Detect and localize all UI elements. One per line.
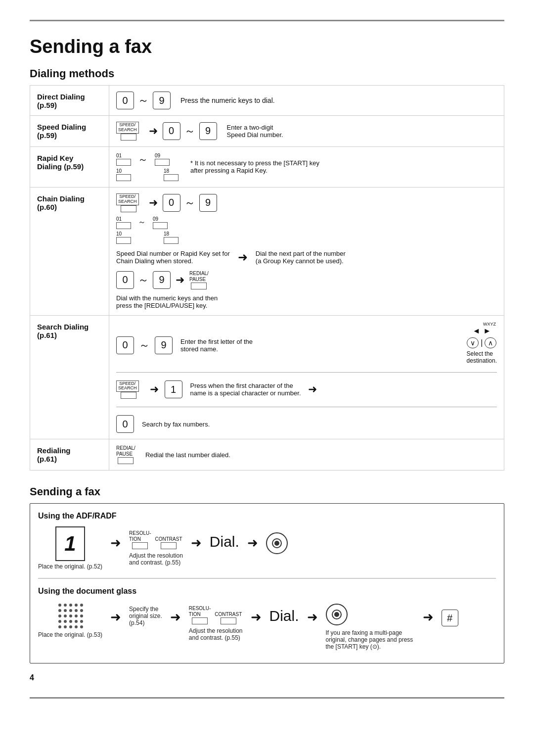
- scan-icon: [56, 602, 84, 629]
- key-9: 9: [153, 271, 171, 289]
- tilde-symbol3: ～: [138, 273, 149, 287]
- glass-adjust-note: Adjust the resolutionand contrast. (p.55…: [189, 627, 243, 641]
- contrast-box-glass: [221, 617, 236, 624]
- adf-section-title: Using the ADF/RADF: [38, 512, 496, 520]
- adf-adjust-note: Adjust the resolutionand contrast. (p.55…: [129, 552, 183, 566]
- sending-fax-section-title: Sending a fax: [30, 485, 504, 498]
- arrow-right12: ➜: [251, 610, 262, 625]
- page-number: 4: [30, 673, 504, 682]
- rapid-key-content: 01 ～ 09 10: [109, 146, 504, 187]
- arrow-right14: ➜: [423, 610, 434, 625]
- top-rule: [30, 20, 504, 21]
- speed-dialing-label: Speed Dialing (p.59): [30, 116, 109, 147]
- arrow-right10: ➜: [110, 610, 121, 625]
- arrow-right9: ➜: [247, 535, 258, 551]
- start-button-glass[interactable]: [326, 604, 348, 625]
- scroll-down-btn[interactable]: ∨: [467, 337, 479, 348]
- dialing-methods-table: Direct Dialing (p.59) 0 ～ 9 Press the nu…: [30, 85, 504, 471]
- arrow-right3: ➜: [238, 250, 248, 264]
- bottom-rule: [30, 697, 504, 699]
- tilde-symbol: ～: [138, 93, 149, 108]
- glass-multipage-note: If you are faxing a multi-page original,…: [326, 629, 415, 650]
- key-0: 0: [116, 92, 134, 109]
- rapid-key-note: * It is not necessary to press the [STAR…: [190, 159, 319, 174]
- direct-dialing-label: Direct Dialing (p.59): [30, 86, 109, 116]
- direct-dialing-content: 0 ～ 9 Press the numeric keys to dial.: [109, 86, 504, 116]
- redialing-content: REDIAL/PAUSE Redial the last number dial…: [109, 439, 504, 471]
- key-0: 0: [116, 271, 134, 289]
- arrow-right: ➜: [149, 125, 158, 138]
- svg-point-3: [335, 613, 339, 616]
- speed-search-label3: SPEED/SEARCH: [116, 380, 139, 392]
- search-note4: Search by fax numbers.: [142, 421, 210, 428]
- redial-pause-box: [191, 283, 207, 289]
- arrow-right2: ➜: [149, 196, 158, 209]
- contrast-label-adf: CONTRAST: [155, 536, 182, 542]
- page-title: Sending a fax: [30, 36, 504, 57]
- glass-section-title: Using the document glass: [38, 587, 496, 596]
- resolu-label-glass: RESOLU-TION: [189, 606, 211, 617]
- redial-pause-box2: [118, 457, 134, 464]
- scroll-up-btn[interactable]: ∧: [485, 337, 496, 348]
- resolu-box-adf: [132, 542, 148, 549]
- table-row: Search Dialing (p.61) WXYZ 0 ～ 9 Enter t…: [30, 315, 504, 439]
- arrow-right11: ➜: [170, 610, 181, 625]
- arrow-right6: ➜: [308, 383, 317, 396]
- chain-note3: Dial with the numeric keys and thenpress…: [116, 294, 497, 309]
- arrow-right8: ➜: [191, 535, 202, 551]
- tilde-symbol4: ～: [139, 338, 150, 353]
- speed-search-label2: SPEED/SEARCH: [116, 193, 139, 205]
- speed-search-box: [121, 134, 136, 141]
- search-note1: Enter the first letter of thestored name…: [180, 338, 253, 353]
- glass-dial-text: Dial.: [269, 608, 299, 624]
- table-row: Chain Dialing (p.60) SPEED/SEARCH ➜ 0 ～ …: [30, 187, 504, 315]
- direct-dialing-note: Press the numeric keys to dial.: [180, 96, 275, 104]
- contrast-box-adf: [161, 542, 177, 549]
- key-9: 9: [155, 336, 173, 354]
- table-row: Speed Dialing (p.59) SPEED/SEARCH ➜ 0 ～ …: [30, 116, 504, 147]
- speed-dialing-content: SPEED/SEARCH ➜ 0 ～ 9 Enter a two-digitSp…: [109, 116, 504, 147]
- adf-dial-text: Dial.: [210, 533, 239, 550]
- redial-pause-label: REDIAL/PAUSE: [189, 271, 209, 283]
- large-key-1: 1: [55, 526, 85, 561]
- key-0: 0: [116, 336, 134, 354]
- redialing-label: Redialing (p.61): [30, 439, 109, 471]
- key-0: 0: [163, 122, 180, 140]
- search-note2: Press when the first character of thenam…: [190, 382, 301, 397]
- key-0: 0: [116, 415, 134, 433]
- wxyz-label: WXYZ: [116, 322, 496, 327]
- table-row: Rapid Key Dialing (p.59) 01 ～ 09: [30, 146, 504, 187]
- contrast-label-glass: CONTRAST: [215, 612, 242, 617]
- redial-pause-label2: REDIAL/PAUSE: [116, 445, 135, 457]
- hash-key[interactable]: #: [442, 610, 458, 626]
- key-0: 0: [163, 194, 180, 212]
- key-9: 9: [199, 122, 217, 140]
- start-button-adf[interactable]: [266, 532, 288, 554]
- speed-search-label: SPEED/SEARCH: [116, 122, 139, 134]
- chain-note1: Speed Dial number or Rapid Key set forCh…: [116, 250, 230, 265]
- adf-step1-note: Place the original. (p.52): [38, 563, 102, 570]
- fax-section-box: Using the ADF/RADF 1 Place the original.…: [30, 503, 504, 663]
- tilde-symbol: ～: [184, 124, 195, 139]
- dialing-methods-title: Dialing methods: [30, 67, 504, 80]
- svg-point-1: [275, 541, 279, 545]
- subsection-divider: [38, 578, 496, 579]
- rapid-key-label: Rapid Key Dialing (p.59): [30, 146, 109, 187]
- chain-dialing-label: Chain Dialing (p.60): [30, 187, 109, 315]
- speed-search-box3: [121, 392, 136, 399]
- table-row: Redialing (p.61) REDIAL/PAUSE Redial the…: [30, 439, 504, 471]
- search-dialing-label: Search Dialing (p.61): [30, 315, 109, 439]
- key-9: 9: [153, 92, 171, 109]
- resolu-box-glass: [192, 617, 208, 624]
- speed-search-box2: [121, 205, 136, 212]
- arrow-right5: ➜: [150, 383, 159, 396]
- key-9: 9: [199, 194, 217, 212]
- tilde-symbol2: ～: [184, 195, 195, 210]
- arrow-right4: ➜: [176, 274, 184, 286]
- arrow-right7: ➜: [110, 535, 121, 551]
- select-destination-label: Select thedestination.: [467, 350, 497, 364]
- glass-step1-note: Place the original. (p.53): [38, 631, 102, 638]
- chain-dialing-content: SPEED/SEARCH ➜ 0 ～ 9 01: [109, 187, 504, 315]
- chain-note2: Dial the next part of the number(a Group…: [256, 250, 346, 265]
- redialing-note: Redial the last number dialed.: [145, 451, 230, 459]
